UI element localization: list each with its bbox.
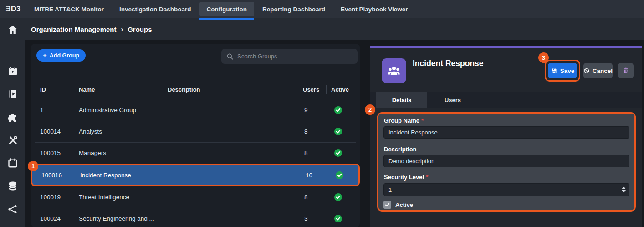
panel-accent-bar xyxy=(370,46,642,48)
search-icon xyxy=(226,53,234,60)
connections-share-icon[interactable] xyxy=(7,203,19,215)
annotation-badge-2: 2 xyxy=(365,104,375,115)
event-calendar-icon[interactable] xyxy=(7,65,19,77)
cancel-label: Cancel xyxy=(593,67,613,74)
cell-id: 100019 xyxy=(40,186,61,208)
trash-icon xyxy=(622,67,629,74)
active-checkbox-label: Active xyxy=(395,201,413,208)
active-check-icon xyxy=(334,142,342,164)
table-row-security-engineering[interactable]: 100024 Security Engineering and ... 3 xyxy=(31,208,360,227)
playbook-icon[interactable] xyxy=(7,88,19,100)
cell-users: 8 xyxy=(304,142,308,164)
breadcrumb-current: Groups xyxy=(128,26,152,33)
cell-name: Managers xyxy=(79,142,106,164)
search-groups-box xyxy=(221,49,358,64)
cell-users: 10 xyxy=(306,165,312,185)
cell-id: 1 xyxy=(40,99,44,121)
annotation-badge-1: 1 xyxy=(28,161,38,171)
active-check-icon xyxy=(334,208,342,227)
save-label: Save xyxy=(560,67,575,74)
description-input[interactable] xyxy=(383,155,629,167)
group-name-label: Group Name* xyxy=(384,117,424,124)
number-stepper[interactable] xyxy=(618,183,629,196)
checkmark-icon xyxy=(385,202,390,207)
required-asterisk: * xyxy=(426,174,428,181)
cell-id: 100014 xyxy=(40,121,61,142)
active-checkbox[interactable] xyxy=(383,201,391,209)
cell-users: 8 xyxy=(304,186,308,208)
database-icon[interactable] xyxy=(7,180,19,192)
table-row-analysts[interactable]: 100014 Analysts 8 xyxy=(31,121,360,142)
cell-users: 9 xyxy=(304,99,308,121)
column-divider xyxy=(326,85,327,94)
nav-item-label: Event Playbook Viewer xyxy=(341,6,408,13)
cell-id: 100015 xyxy=(40,142,61,164)
breadcrumb-parent[interactable]: Organization Management xyxy=(31,26,117,33)
utilities-tools-icon[interactable] xyxy=(7,134,19,146)
description-label: Description xyxy=(384,146,417,153)
chevron-right-icon: › xyxy=(121,26,123,33)
nav-item-label: MITRE ATT&CK Monitor xyxy=(34,6,104,13)
annotation-badge-3: 3 xyxy=(538,52,549,63)
column-header-name[interactable]: Name xyxy=(79,84,95,96)
required-asterisk: * xyxy=(421,117,424,124)
column-header-description[interactable]: Description xyxy=(168,84,200,96)
plus-icon: + xyxy=(43,52,47,59)
column-divider xyxy=(297,85,297,94)
column-header-users[interactable]: Users xyxy=(303,84,319,96)
nav-item-reporting-dashboard[interactable]: Reporting Dashboard xyxy=(255,0,333,18)
ban-icon xyxy=(583,67,590,74)
cell-id: 100016 xyxy=(41,165,62,185)
panel-title: Incident Response xyxy=(413,59,484,68)
nav-item-configuration[interactable]: Configuration xyxy=(199,0,255,18)
nav-item-event-playbook-viewer[interactable]: Event Playbook Viewer xyxy=(333,0,416,18)
cell-users: 8 xyxy=(304,121,308,142)
cancel-button[interactable]: Cancel xyxy=(583,63,613,78)
users-group-icon xyxy=(387,63,401,78)
active-checkbox-row[interactable]: Active xyxy=(383,201,413,209)
stepper-up-icon[interactable] xyxy=(622,186,626,189)
header-divider xyxy=(34,96,357,96)
breadcrumb: Organization Management › Groups xyxy=(25,18,644,40)
left-sidebar xyxy=(0,18,25,227)
column-header-active[interactable]: Active xyxy=(331,84,349,96)
cell-users: 3 xyxy=(304,208,308,227)
tab-users[interactable]: Users xyxy=(427,92,478,108)
column-divider xyxy=(163,85,163,94)
table-row-incident-response-selected[interactable]: 100016 Incident Response 10 xyxy=(31,164,360,186)
add-group-button[interactable]: + Add Group xyxy=(36,49,86,62)
active-check-icon xyxy=(336,165,343,185)
stepper-down-icon[interactable] xyxy=(622,190,626,193)
security-level-input[interactable] xyxy=(383,183,629,196)
group-details-form: Group Name* Description Security Level* … xyxy=(377,112,636,212)
cell-name: Administrative Group xyxy=(79,99,136,121)
nav-item-label: Investigation Dashboard xyxy=(119,6,191,13)
nav-item-label: Reporting Dashboard xyxy=(262,6,325,13)
integrations-puzzle-icon[interactable] xyxy=(7,112,19,124)
delete-button[interactable] xyxy=(618,63,634,78)
cell-name: Analysts xyxy=(79,121,102,142)
search-groups-input[interactable] xyxy=(237,53,353,60)
group-name-input[interactable] xyxy=(383,126,629,139)
groups-table-card: + Add Group ID Name Description Users Ac… xyxy=(31,44,360,227)
cell-name: Threat Intelligence xyxy=(79,186,129,208)
table-row-administrative-group[interactable]: 1 Administrative Group 9 xyxy=(31,99,360,121)
tab-details[interactable]: Details xyxy=(376,92,427,108)
schedule-calendar-icon[interactable] xyxy=(7,157,19,169)
table-row-managers[interactable]: 100015 Managers 8 xyxy=(31,142,360,164)
home-icon[interactable] xyxy=(7,24,19,36)
cell-name: Security Engineering and ... xyxy=(79,208,154,227)
save-button[interactable]: Save xyxy=(548,63,577,78)
nav-item-investigation-dashboard[interactable]: Investigation Dashboard xyxy=(112,0,199,18)
security-level-label: Security Level* xyxy=(384,174,428,181)
active-check-icon xyxy=(334,186,342,208)
table-row-threat-intelligence[interactable]: 100019 Threat Intelligence 8 xyxy=(31,186,360,208)
nav-item-mitre-attack-monitor[interactable]: MITRE ATT&CK Monitor xyxy=(26,0,112,18)
active-check-icon xyxy=(334,99,342,121)
add-group-label: Add Group xyxy=(50,52,79,59)
active-check-icon xyxy=(334,121,342,142)
save-floppy-icon xyxy=(551,67,557,74)
column-header-id[interactable]: ID xyxy=(40,84,46,96)
top-navigation-bar: ƎD3 MITRE ATT&CK Monitor Investigation D… xyxy=(0,0,644,18)
group-avatar-tile xyxy=(382,58,406,83)
